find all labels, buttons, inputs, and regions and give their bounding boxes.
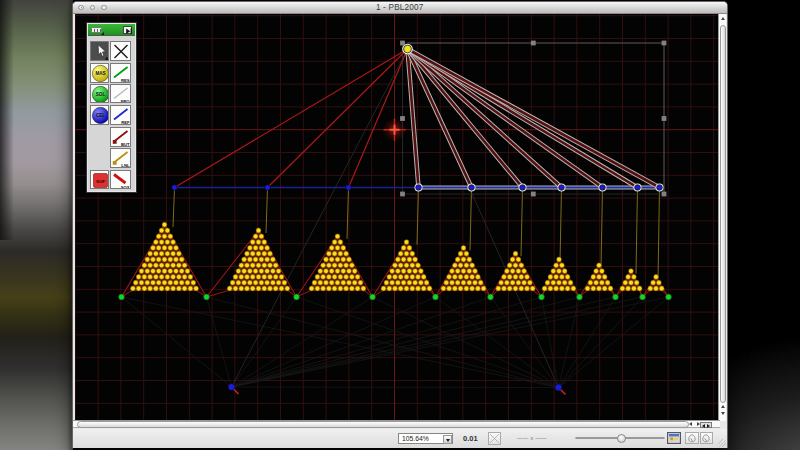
svg-text:RES: RES [121, 78, 130, 83]
svg-text:SOF: SOF [96, 178, 105, 183]
svg-text:SOL: SOL [95, 92, 105, 97]
svg-text:SOX: SOX [121, 185, 130, 190]
svg-text:REF: REF [122, 120, 131, 125]
svg-text:CEL: CEL [96, 114, 105, 119]
svg-text:LNL: LNL [122, 163, 131, 168]
svg-text:MAS: MAS [95, 71, 105, 76]
svg-text:BUT: BUT [121, 142, 130, 147]
svg-text:FRO: FRO [121, 99, 131, 104]
